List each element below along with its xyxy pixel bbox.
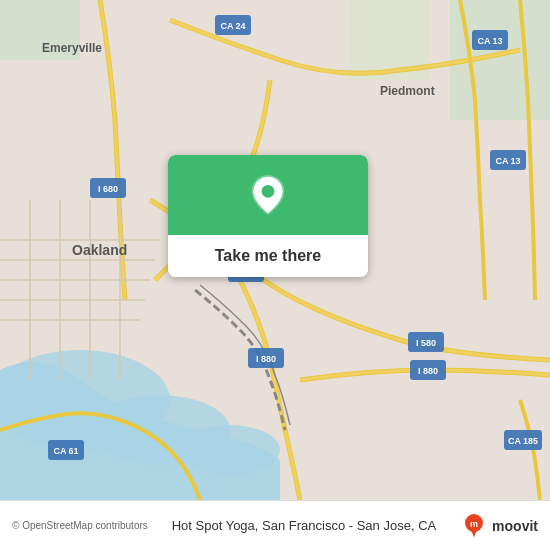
svg-text:Piedmont: Piedmont (380, 84, 435, 98)
svg-text:CA 61: CA 61 (53, 446, 78, 456)
svg-text:CA 185: CA 185 (508, 436, 538, 446)
bottom-bar: © OpenStreetMap contributors Hot Spot Yo… (0, 500, 550, 550)
place-name: Hot Spot Yoga, San Francisco - San Jose,… (148, 518, 460, 533)
copyright-text: © OpenStreetMap contributors (12, 520, 148, 531)
svg-text:I 880: I 880 (418, 366, 438, 376)
svg-text:I 580: I 580 (416, 338, 436, 348)
svg-text:Oakland: Oakland (72, 242, 127, 258)
card-green-section (168, 155, 368, 235)
svg-text:CA 24: CA 24 (220, 21, 245, 31)
moovit-brand-icon: m (460, 512, 488, 540)
svg-text:Emeryville: Emeryville (42, 41, 102, 55)
svg-text:CA 13: CA 13 (495, 156, 520, 166)
svg-text:m: m (470, 519, 478, 529)
moovit-logo: m moovit (460, 512, 538, 540)
svg-text:I 880: I 880 (256, 354, 276, 364)
svg-text:I 680: I 680 (98, 184, 118, 194)
map-container: CA 24 I 580 I 580 I 680 I 980 I 880 I 88… (0, 0, 550, 500)
svg-point-41 (262, 185, 275, 198)
action-card: Take me there (168, 155, 368, 277)
svg-text:CA 13: CA 13 (477, 36, 502, 46)
moovit-text: moovit (492, 518, 538, 534)
take-me-there-button[interactable]: Take me there (168, 235, 368, 277)
location-pin-icon (250, 175, 286, 215)
